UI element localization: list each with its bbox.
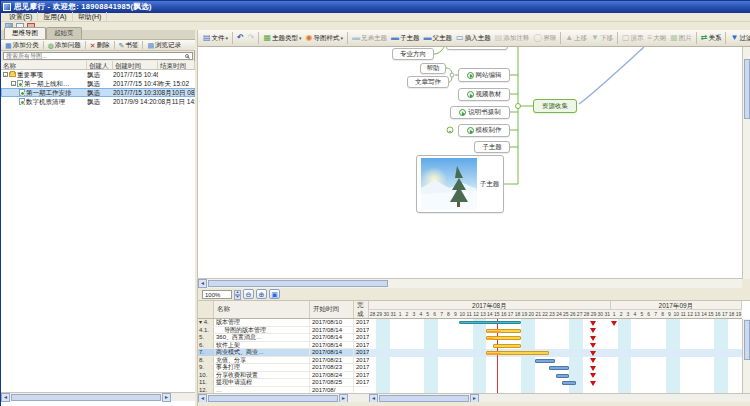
map-list-row[interactable]: -重要事项飘选2017/7/15 10:46:39 <box>1 70 195 79</box>
scroll-left-icon[interactable]: ◄ <box>1 393 10 402</box>
scroll-right-icon[interactable]: ► <box>162 393 171 402</box>
task-bar[interactable] <box>459 321 521 324</box>
topic-ziyuan-shouji[interactable]: 资源收集 <box>533 99 577 113</box>
父主题-button[interactable]: ▬父主题 <box>422 33 455 44</box>
gantt-task-row[interactable]: 9.事务打理2017/08/232017/ <box>198 364 369 372</box>
undo-button[interactable]: ↶ <box>235 33 246 43</box>
gantt-vscrollbar[interactable] <box>742 319 750 393</box>
添加问题-button[interactable]: ◍添加问题 <box>46 41 83 50</box>
zoom-fit-button[interactable]: ▣ <box>269 289 280 299</box>
topic-label: 视频教材 <box>476 90 502 99</box>
day-label: 12 <box>687 310 694 318</box>
move-up-icon: ▲ <box>565 34 573 42</box>
插入主题-button[interactable]: ▭插入主题 <box>454 33 493 44</box>
collapse-icon[interactable]: - <box>11 81 16 86</box>
topic-clipped-top[interactable] <box>446 47 508 50</box>
zoom-in-button[interactable]: ⊕ <box>256 289 267 299</box>
mindmap-canvas[interactable]: +专业方向帮助文章写作网站编辑视频教材说明书摄制模板制作子主题资源收集子主题 <box>198 47 742 279</box>
column-header: 结束时间 <box>158 61 195 69</box>
day-label: 13 <box>694 310 701 318</box>
task-bar[interactable] <box>486 336 521 340</box>
zoom-level-field[interactable]: 100% <box>202 290 232 299</box>
关系-button[interactable]: ⇄关系 <box>699 33 724 44</box>
task-bar[interactable] <box>486 329 521 333</box>
zoom-spinner[interactable]: ▲▼ <box>234 290 241 299</box>
tab-start-page[interactable]: 起始页 <box>46 27 82 39</box>
task-bar[interactable] <box>535 359 556 363</box>
day-label: 20 <box>528 310 535 318</box>
文件-button[interactable]: ▤文件▾ <box>201 33 230 44</box>
gantt-task-row[interactable]: 4.1.导图的版本管理2017/08/142017/ <box>198 327 369 335</box>
主题类型-button[interactable]: ▦主题类型▾ <box>261 33 303 44</box>
zoom-out-button[interactable]: ⊖ <box>243 289 254 299</box>
scroll-thumb[interactable] <box>744 320 750 360</box>
topic-bangzhu[interactable]: 帮助 <box>420 63 446 74</box>
map-list-row[interactable]: 第一期工作安排飘选2017/7/15 10:31:5008月10日 08:48 <box>1 88 195 97</box>
删除-button[interactable]: ✕删除 <box>88 41 112 50</box>
task-bar[interactable] <box>556 374 570 378</box>
column-header: 创建人 <box>87 61 113 69</box>
progress-bar <box>487 338 494 340</box>
gantt-chart[interactable] <box>369 319 742 393</box>
gantt-table-hscrollbar[interactable]: ◄ ► <box>198 393 369 402</box>
scroll-thumb[interactable] <box>379 395 469 402</box>
子主题-button[interactable]: ▬子主题 <box>389 33 422 44</box>
day-label: 19 <box>521 310 528 318</box>
topic-shuomingshu-shezhi[interactable]: 说明书摄制 <box>450 106 510 119</box>
scroll-left-icon[interactable]: ◄ <box>198 279 207 288</box>
collapse-icon[interactable]: - <box>3 72 8 77</box>
menu-item-3[interactable]: 帮助(H) <box>73 12 108 22</box>
milestone-marker <box>590 336 596 341</box>
task-bar[interactable] <box>549 366 570 370</box>
play-icon[interactable] <box>467 127 474 134</box>
map-list-row[interactable]: -第一期上线和…飘选2017/7/15 10:47:08昨天 15:02 <box>1 79 195 88</box>
scroll-thumb[interactable] <box>208 280 388 287</box>
left-panel-hscrollbar[interactable]: ◄ ► <box>1 392 195 401</box>
search-input[interactable] <box>4 53 185 59</box>
scroll-thumb[interactable] <box>744 59 750 119</box>
导图样式-button[interactable]: ◉导图样式▾ <box>304 33 346 44</box>
topic-zhuanye-fangxiang[interactable]: 专业方向 <box>392 48 434 60</box>
gantt-task-row[interactable]: ▾ 4.版本管理2017/08/102017/ <box>198 319 369 327</box>
task-bar[interactable] <box>486 351 548 355</box>
search-icon[interactable] <box>185 54 189 58</box>
map-list-row[interactable]: 数字机票清理飘选2017/9/9 14:20:0408月11日 14:10 <box>1 97 195 106</box>
day-label: 9 <box>666 310 673 318</box>
topic-image-topic[interactable]: 子主题 <box>416 155 504 213</box>
created-cell: 2017/7/15 10:31:50 <box>113 88 158 97</box>
canvas-hscrollbar[interactable]: ◄ <box>198 279 742 288</box>
play-icon[interactable] <box>459 109 466 116</box>
scroll-thumb[interactable] <box>11 394 161 401</box>
task-bar[interactable] <box>493 344 521 348</box>
添加分类-button[interactable]: ▦添加分类 <box>3 41 41 50</box>
topic-wenzhang-xiezuo[interactable]: 文章写作 <box>407 76 449 88</box>
过滤-button[interactable]: ▼过滤 <box>728 33 750 44</box>
topic-shipin-jiaocai[interactable]: 视频教材 <box>458 88 510 101</box>
day-label: 17 <box>507 310 514 318</box>
gantt-task-row[interactable]: 10.分享收费和设置2017/08/242017/ <box>198 372 369 380</box>
gantt-chart-hscrollbar[interactable]: ◄ ► <box>369 393 750 402</box>
scroll-thumb[interactable] <box>208 395 338 402</box>
title-bar[interactable]: 思见摩行 - 欢迎您: 18908841985(飘选) <box>1 1 750 13</box>
gantt-task-row[interactable]: 7.商业模式、商业…2017/08/142017/ <box>198 349 369 357</box>
canvas-vscrollbar[interactable] <box>742 47 750 279</box>
play-icon[interactable] <box>467 91 474 98</box>
gantt-task-row[interactable]: 11.提现申请流程2017/08/252017/ <box>198 379 369 387</box>
topic-zi-zhuti[interactable]: 子主题 <box>474 141 510 153</box>
topic-wangzhan-bianji[interactable]: 网站编辑 <box>458 68 510 82</box>
menu-item-1[interactable]: 设置(S) <box>4 12 38 22</box>
gantt-task-row[interactable]: 6.软件上架2017/08/142017/ <box>198 342 369 350</box>
浏览记录-button[interactable]: ▤浏览记录 <box>145 41 183 50</box>
day-label: 16 <box>714 310 721 318</box>
gantt-task-row[interactable]: 8.充值、分享2017/08/212017/ <box>198 357 369 365</box>
spin-down-icon[interactable]: ▼ <box>234 295 241 300</box>
gantt-task-row[interactable]: 5.360、西置消息…2017/08/142017/ <box>198 334 369 342</box>
书签-button[interactable]: ✎书签 <box>117 41 141 50</box>
quick-toolbar <box>1 22 750 30</box>
progress-bar <box>487 353 501 355</box>
task-bar[interactable] <box>562 381 576 385</box>
tab-mindmap[interactable]: 思维导图 <box>4 27 46 39</box>
topic-muban-zhizuo[interactable]: 模板制作 <box>458 124 510 137</box>
menu-item-2[interactable]: 应用(A) <box>38 12 72 22</box>
play-icon[interactable] <box>467 72 474 79</box>
